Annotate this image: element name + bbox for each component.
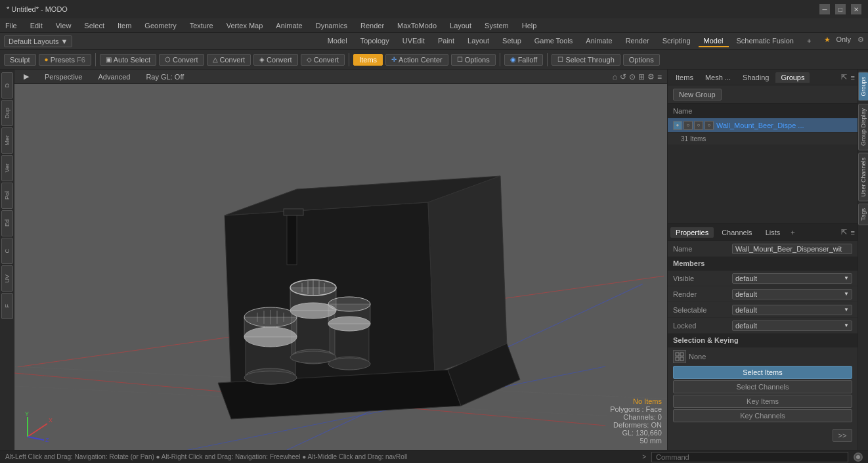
more-button[interactable]: >> — [833, 429, 852, 442]
group-row-1[interactable]: ● ○ ○ ○ Wall_Mount_Beer_Dispe ... — [668, 118, 857, 133]
menu-help[interactable]: Help — [519, 22, 540, 30]
select-items-button[interactable]: Select Items — [673, 366, 852, 379]
prop-tab-add[interactable]: + — [791, 229, 794, 236]
command-input[interactable] — [651, 452, 848, 462]
panel-expand-icon[interactable]: ⇱ — [841, 73, 847, 81]
tab-gametools[interactable]: Game Tools — [529, 35, 578, 47]
convert-btn-3[interactable]: ◈ Convert — [253, 54, 298, 66]
visible-select[interactable]: default — [732, 273, 852, 284]
advanced-label[interactable]: Advanced — [94, 73, 134, 81]
viewport-canvas[interactable]: X Y Z No Items Polygons : Face Channels:… — [14, 84, 667, 450]
tab-schematic[interactable]: Schematic Fusion — [731, 35, 799, 47]
panel-tab-groups[interactable]: Groups — [775, 72, 810, 83]
menu-animate[interactable]: Animate — [273, 22, 305, 30]
locked-select[interactable]: default — [732, 320, 852, 331]
lock-toggle[interactable]: ○ — [705, 121, 714, 130]
falloff-button[interactable]: ◉ Falloff — [504, 54, 544, 66]
tab-layout[interactable]: Layout — [462, 35, 494, 47]
new-group-button[interactable]: New Group — [673, 89, 722, 100]
convert-btn-1[interactable]: ⬡ Convert — [159, 54, 204, 66]
autoselect-button[interactable]: ▣ Auto Select — [100, 54, 156, 66]
tab-model-active[interactable]: Model — [699, 35, 729, 47]
left-sidebar-btn-5[interactable]: Pol — [1, 183, 13, 209]
prop-tab-lists[interactable]: Lists — [760, 227, 786, 238]
menu-dynamics[interactable]: Dynamics — [313, 22, 350, 30]
tab-model[interactable]: Model — [322, 35, 353, 47]
zoom-icon[interactable]: ⊙ — [629, 72, 636, 81]
ray-off-label[interactable]: Ray GL: Off — [142, 73, 188, 81]
panel-tab-items[interactable]: Items — [670, 72, 699, 83]
menu-system[interactable]: System — [482, 22, 511, 30]
perspective-label[interactable]: Perspective — [41, 73, 86, 81]
settings-icon[interactable]: ⚙ — [857, 35, 864, 47]
app-title: * Untitled* - MODO — [7, 5, 68, 13]
rs-tab-groups[interactable]: Groups — [858, 72, 869, 101]
tab-uvedit[interactable]: UVEdit — [397, 35, 430, 47]
props-menu-icon[interactable]: ≡ — [851, 229, 855, 236]
menu-edit[interactable]: Edit — [28, 22, 45, 30]
items-button[interactable]: Items — [353, 54, 383, 66]
minimize-button[interactable]: ─ — [819, 4, 830, 14]
panel-tab-shading[interactable]: Shading — [737, 72, 774, 83]
close-button[interactable]: ✕ — [851, 4, 861, 14]
sculpt-button[interactable]: Sculpt — [4, 54, 36, 66]
prop-tab-properties[interactable]: Properties — [670, 227, 714, 238]
key-channels-button[interactable]: Key Channels — [673, 409, 852, 422]
panel-menu-icon[interactable]: ≡ — [851, 74, 855, 81]
rs-tab-user-channels[interactable]: User Channels — [858, 153, 869, 202]
left-sidebar-btn-3[interactable]: Mer — [1, 127, 13, 154]
undo-view-icon[interactable]: ↺ — [620, 72, 626, 81]
menu-vertexmap[interactable]: Vertex Map — [224, 22, 266, 30]
visibility-toggle[interactable]: ● — [673, 121, 682, 130]
menu-view[interactable]: View — [53, 22, 74, 30]
tab-add[interactable]: + — [802, 35, 816, 47]
action-center-button[interactable]: ✛ Action Center — [385, 54, 448, 66]
render-select[interactable]: default — [732, 289, 852, 299]
convert-btn-2[interactable]: △ Convert — [207, 54, 251, 66]
left-sidebar-btn-1[interactable]: D — [1, 72, 13, 99]
key-items-button[interactable]: Key Items — [673, 395, 852, 408]
menu-select[interactable]: Select — [81, 22, 107, 30]
tab-paint[interactable]: Paint — [433, 35, 460, 47]
tab-setup[interactable]: Setup — [497, 35, 527, 47]
rs-tab-group-display[interactable]: Group Display — [858, 104, 869, 150]
fit-icon[interactable]: ⊞ — [638, 72, 645, 81]
tab-render[interactable]: Render — [620, 35, 655, 47]
tab-animate[interactable]: Animate — [580, 35, 617, 47]
rs-tab-tags[interactable]: Tags — [858, 204, 869, 225]
maximize-button[interactable]: □ — [835, 4, 846, 14]
default-layouts-dropdown[interactable]: Default Layouts ▼ — [4, 35, 72, 47]
render-toggle[interactable]: ○ — [684, 121, 693, 130]
menu-view-icon[interactable]: ≡ — [657, 72, 662, 81]
name-input[interactable] — [732, 244, 852, 254]
panel-tab-mesh[interactable]: Mesh ... — [700, 72, 736, 83]
left-sidebar-btn-9[interactable]: F — [1, 293, 13, 319]
select-toggle[interactable]: ○ — [694, 121, 703, 130]
settings-view-icon[interactable]: ⚙ — [647, 72, 655, 81]
selectable-select[interactable]: default — [732, 305, 852, 315]
left-sidebar-btn-8[interactable]: UV — [1, 265, 13, 292]
options-btn-2[interactable]: Options — [623, 54, 660, 66]
prop-tab-channels[interactable]: Channels — [716, 227, 757, 238]
menu-layout[interactable]: Layout — [447, 22, 474, 30]
left-sidebar-btn-6[interactable]: Ed — [1, 210, 13, 236]
convert-btn-4[interactable]: ◇ Convert — [301, 54, 345, 66]
left-sidebar-btn-7[interactable]: C — [1, 238, 13, 264]
menu-geometry[interactable]: Geometry — [142, 22, 179, 30]
home-icon[interactable]: ⌂ — [613, 72, 617, 81]
options-btn-1[interactable]: ☐ Options — [451, 54, 496, 66]
select-through-button[interactable]: ☐ Select Through — [552, 54, 620, 66]
left-sidebar-btn-2[interactable]: Dup — [1, 100, 13, 126]
menu-render[interactable]: Render — [358, 22, 387, 30]
viewport-triangle[interactable]: ▶ — [20, 72, 33, 81]
tab-topology[interactable]: Topology — [355, 35, 395, 47]
tab-scripting[interactable]: Scripting — [657, 35, 696, 47]
menu-file[interactable]: File — [3, 22, 20, 30]
menu-texture[interactable]: Texture — [187, 22, 216, 30]
left-sidebar-btn-4[interactable]: Ver — [1, 155, 13, 181]
menu-maxtomodo[interactable]: MaxToModo — [395, 22, 439, 30]
select-channels-button[interactable]: Select Channels — [673, 380, 852, 393]
presets-button[interactable]: ● Presets F6 — [39, 54, 91, 66]
menu-item[interactable]: Item — [115, 22, 134, 30]
props-expand-icon[interactable]: ⇱ — [841, 228, 847, 236]
